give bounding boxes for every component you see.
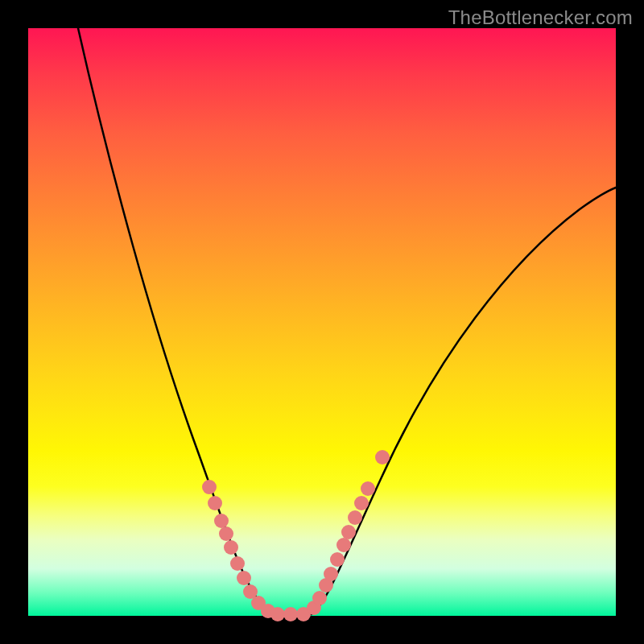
curve-right — [312, 188, 616, 614]
data-point — [354, 496, 369, 510]
data-point — [341, 525, 356, 539]
plot-area — [28, 28, 616, 616]
curve-overlay — [28, 28, 616, 616]
data-point — [230, 556, 245, 571]
data-point — [348, 510, 362, 525]
data-point — [270, 607, 285, 621]
data-point — [361, 481, 375, 496]
data-point — [214, 514, 229, 528]
data-point — [219, 526, 233, 541]
data-point — [283, 607, 298, 621]
data-point — [202, 480, 217, 494]
curve-left — [78, 28, 276, 614]
data-point — [208, 496, 222, 510]
watermark: TheBottlenecker.com — [448, 6, 633, 29]
data-point — [312, 591, 327, 605]
data-point — [224, 540, 238, 555]
data-point — [336, 538, 351, 552]
data-point — [324, 567, 338, 581]
data-point — [375, 450, 390, 464]
data-point — [237, 571, 251, 585]
data-point — [330, 552, 345, 567]
chart-container: TheBottlenecker.com — [0, 0, 644, 644]
